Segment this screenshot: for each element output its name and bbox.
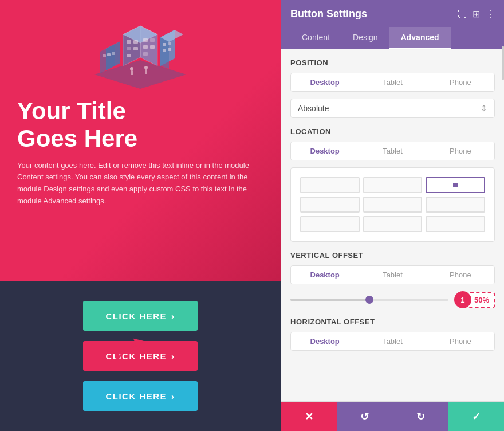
- redo-button[interactable]: ↻: [393, 402, 448, 431]
- grid-active-dot: [453, 183, 458, 187]
- hero-text: Your content goes here. Edit or remove t…: [17, 160, 263, 207]
- scrollbar[interactable]: [502, 46, 504, 80]
- grid-cell-mid-left[interactable]: [300, 197, 360, 213]
- svg-rect-5: [127, 47, 131, 50]
- vertical-offset-tablet-tab[interactable]: Tablet: [359, 266, 426, 284]
- vertical-offset-device-tabs: Desktop Tablet Phone: [290, 265, 495, 284]
- vertical-offset-desktop-tab[interactable]: Desktop: [291, 266, 359, 284]
- grid-cell-top-left[interactable]: [300, 177, 360, 193]
- btn-green-arrow: ›: [171, 311, 175, 321]
- select-arrow-icon: ⇕: [481, 104, 487, 113]
- left-panel: Your Title Goes Here Your content goes h…: [0, 0, 281, 431]
- horizontal-offset-section: Horizontal Offset Desktop Tablet Phone: [290, 318, 495, 351]
- svg-rect-17: [103, 54, 106, 57]
- grid-cell-mid-right[interactable]: [426, 197, 485, 213]
- location-grid: [290, 167, 495, 242]
- cancel-icon: ✕: [305, 410, 313, 423]
- grid-cell-top-right[interactable]: [426, 177, 485, 193]
- hero-title: Your Title Goes Here: [17, 97, 263, 153]
- click-here-button-blue[interactable]: CLICK HERE ›: [83, 381, 198, 411]
- horizontal-offset-phone-tab[interactable]: Phone: [427, 332, 494, 350]
- svg-rect-24: [163, 43, 166, 46]
- position-select[interactable]: Absolute ⇕: [290, 99, 495, 118]
- more-options-icon[interactable]: ⋮: [486, 9, 495, 19]
- panel-body: Position Desktop Tablet Phone Absolute ⇕…: [281, 49, 504, 401]
- svg-rect-12: [143, 52, 148, 56]
- position-desktop-tab[interactable]: Desktop: [291, 73, 359, 91]
- location-phone-tab[interactable]: Phone: [427, 142, 494, 160]
- horizontal-offset-device-tabs: Desktop Tablet Phone: [290, 332, 495, 351]
- horizontal-offset-tablet-tab[interactable]: Tablet: [359, 332, 426, 350]
- location-tablet-tab[interactable]: Tablet: [359, 142, 426, 160]
- tab-content[interactable]: Content: [290, 27, 341, 49]
- location-label: Location: [290, 127, 495, 136]
- position-select-value: Absolute: [298, 104, 481, 113]
- location-section: Location Desktop Tablet Phone: [290, 127, 495, 242]
- svg-rect-18: [107, 53, 111, 56]
- panel-header-icons: ⛶ ⊞ ⋮: [458, 9, 495, 19]
- svg-rect-8: [143, 38, 148, 42]
- badge-number: 1: [454, 291, 471, 308]
- grid-cell-bot-left[interactable]: [300, 216, 360, 232]
- grid-cell-mid-center[interactable]: [363, 197, 423, 213]
- columns-icon[interactable]: ⊞: [472, 9, 480, 19]
- svg-point-31: [144, 66, 148, 69]
- svg-rect-26: [163, 49, 166, 52]
- tab-design[interactable]: Design: [341, 27, 389, 49]
- svg-rect-7: [127, 54, 131, 57]
- slider-value-display[interactable]: 50%: [468, 292, 495, 308]
- buttons-section: CLICK HERE › CLICK HERE › CLICK HERE ›: [0, 281, 281, 431]
- slider-value-badge: 1 50%: [454, 291, 495, 308]
- position-device-tabs: Desktop Tablet Phone: [290, 73, 495, 92]
- panel-tabs: Content Design Advanced: [290, 27, 495, 49]
- right-panel: Button Settings ⛶ ⊞ ⋮ Content Design Adv…: [281, 0, 504, 431]
- svg-rect-4: [133, 40, 138, 44]
- save-icon: ✓: [472, 410, 481, 423]
- svg-rect-30: [131, 70, 133, 75]
- svg-marker-23: [160, 37, 169, 69]
- cancel-button[interactable]: ✕: [281, 402, 337, 431]
- svg-point-29: [130, 67, 133, 70]
- grid-cell-top-center[interactable]: [363, 177, 423, 193]
- click-here-button-green[interactable]: CLICK HERE ›: [83, 301, 198, 331]
- expand-icon[interactable]: ⛶: [458, 9, 467, 19]
- svg-rect-27: [168, 48, 171, 51]
- svg-rect-3: [127, 40, 131, 44]
- location-device-tabs: Desktop Tablet Phone: [290, 142, 495, 160]
- btn-blue-label: CLICK HERE: [105, 391, 167, 401]
- grid-cell-bot-center[interactable]: [363, 216, 423, 232]
- position-phone-tab[interactable]: Phone: [427, 73, 494, 91]
- btn-green-label: CLICK HERE: [105, 311, 167, 321]
- undo-button[interactable]: ↺: [337, 402, 392, 431]
- panel-title: Button Settings: [290, 8, 367, 20]
- location-desktop-tab[interactable]: Desktop: [291, 142, 359, 160]
- save-button[interactable]: ✓: [448, 402, 504, 431]
- bottom-toolbar: ✕ ↺ ↻ ✓: [281, 401, 504, 431]
- vertical-offset-slider-track[interactable]: [290, 299, 448, 301]
- grid-cell-bot-right[interactable]: [426, 216, 485, 232]
- position-section: Position Desktop Tablet Phone Absolute ⇕: [290, 58, 495, 118]
- slider-fill: [290, 299, 369, 301]
- vertical-offset-slider-row: 1 50%: [290, 291, 495, 308]
- vertical-offset-label: Vertical Offset: [290, 251, 495, 260]
- panel-header: Button Settings ⛶ ⊞ ⋮ Content Design Adv…: [281, 0, 504, 49]
- arrow-pointer: [103, 336, 149, 371]
- position-label: Position: [290, 58, 495, 67]
- tab-advanced[interactable]: Advanced: [389, 27, 451, 49]
- vertical-offset-phone-tab[interactable]: Phone: [427, 266, 494, 284]
- svg-rect-6: [133, 47, 138, 50]
- btn-red-arrow: ›: [171, 351, 175, 361]
- svg-rect-19: [112, 52, 115, 55]
- svg-rect-32: [145, 69, 147, 74]
- svg-rect-10: [143, 45, 148, 49]
- slider-thumb[interactable]: [365, 296, 373, 304]
- undo-icon: ↺: [360, 410, 369, 423]
- btn-blue-arrow: ›: [171, 391, 175, 401]
- svg-rect-9: [150, 38, 155, 42]
- position-tablet-tab[interactable]: Tablet: [359, 73, 426, 91]
- horizontal-offset-desktop-tab[interactable]: Desktop: [291, 332, 359, 350]
- svg-rect-25: [168, 42, 171, 45]
- panel-title-row: Button Settings ⛶ ⊞ ⋮: [290, 8, 495, 20]
- svg-rect-11: [150, 45, 155, 49]
- hero-section: Your Title Goes Here Your content goes h…: [0, 0, 281, 281]
